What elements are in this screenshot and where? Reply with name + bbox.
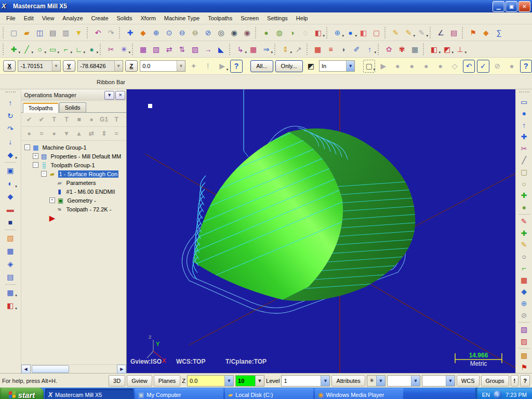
scroll-right-icon[interactable]: ▶ <box>117 365 126 374</box>
cplane-box-icon[interactable]: ◧ <box>357 26 370 39</box>
post-funnel-icon[interactable]: ▼ <box>72 26 85 39</box>
solids-extrude-icon[interactable]: ↑ <box>363 43 376 56</box>
contour-bend-icon[interactable]: ⌐ <box>517 262 531 274</box>
new-file-icon[interactable]: ▢ <box>7 26 20 39</box>
surface-paint-icon[interactable]: ✎ <box>517 216 531 228</box>
sigma-icon[interactable]: ∑ <box>493 26 506 39</box>
tree-item-parameters[interactable]: ▰ Parameters <box>21 178 127 187</box>
xform-scale-icon[interactable]: ⇅ <box>176 43 189 56</box>
panel-menu-icon[interactable]: ▼ <box>104 91 114 100</box>
chevron-down-icon[interactable]: ▼ <box>321 376 329 386</box>
zoom-target-icon[interactable]: ⊖ <box>176 26 189 39</box>
tree-item-operation-1[interactable]: - ▰ 1 - Surface Rough Con <box>21 169 127 178</box>
trim-break-icon[interactable]: ✂ <box>104 43 117 56</box>
unselect-last-icon[interactable]: ↶ <box>463 60 475 73</box>
toolbar-handle[interactable] <box>132 44 135 55</box>
solid-fillet-icon[interactable]: ◆ <box>4 190 17 203</box>
language-bar-icon[interactable]: ‹ <box>494 391 502 399</box>
toolbar-handle[interactable] <box>378 44 381 55</box>
flag-settings-icon[interactable]: ⚑ <box>517 362 531 374</box>
tree-item-label[interactable]: Toolpath Group-1 <box>50 162 96 169</box>
bounding-box-icon[interactable]: ▢ <box>517 166 531 178</box>
clock[interactable]: 7:23 PM <box>506 392 527 398</box>
mesh-grid-icon[interactable]: ▦ <box>517 274 531 286</box>
menu-toolpaths[interactable]: Toolpaths <box>204 14 236 23</box>
select-only-button[interactable]: Only... <box>275 60 303 72</box>
language-indicator[interactable]: EN <box>482 392 490 398</box>
line-endpoint-icon[interactable]: ╱ <box>517 154 531 166</box>
z-coordinate-value[interactable]: 0.0 <box>140 63 177 69</box>
xform-mirror-icon[interactable]: ▧ <box>150 43 163 56</box>
end-selection-icon[interactable]: ✓ <box>477 60 489 73</box>
swap-purple-icon[interactable]: ▧ <box>517 324 531 336</box>
screen-display-icon[interactable]: ▭ <box>517 96 531 108</box>
xform-project-icon[interactable]: → <box>202 43 215 56</box>
trim-surfaces-icon[interactable]: ✂ <box>517 143 531 155</box>
chevron-down-icon[interactable]: ▼ <box>52 61 60 71</box>
machine-group-icon[interactable]: ◧ <box>428 43 441 56</box>
task-my-computer[interactable]: ▣ My Computer <box>135 389 223 399</box>
solid-history-icon[interactable]: ▦ <box>4 286 17 299</box>
unzoom-icon[interactable]: ⊖ <box>189 26 202 39</box>
create-line-icon[interactable]: ╱ <box>20 43 33 56</box>
sweep-icon[interactable]: ↷ <box>4 122 17 135</box>
solid-thicken-icon[interactable]: ▦ <box>4 244 17 257</box>
color-value[interactable]: 10 <box>236 378 255 384</box>
task-media-player[interactable]: ◉ Windows Media Player <box>315 389 403 399</box>
cube-view-icon[interactable]: ◧ <box>312 26 325 39</box>
toolbar-handle[interactable] <box>5 91 16 95</box>
minimize-button[interactable]: ▁ <box>493 1 504 12</box>
menu-file[interactable]: File <box>2 14 20 23</box>
expander-icon[interactable]: + <box>33 153 38 159</box>
groups-button[interactable]: Groups <box>481 375 509 387</box>
tab-solids[interactable]: Solids <box>59 102 86 112</box>
sphere-edit-icon[interactable]: ⊕ <box>517 298 531 310</box>
invert-selection-icon[interactable]: ◩ <box>305 60 317 73</box>
z-axis-button[interactable]: Z <box>125 60 138 72</box>
menu-create[interactable]: Create <box>87 14 113 23</box>
revolve-icon[interactable]: ↻ <box>4 109 17 122</box>
surface-extrude-icon[interactable]: ↑ <box>517 119 531 131</box>
shade-solid-icon[interactable]: ◑ <box>286 26 299 39</box>
toolbar-handle[interactable] <box>3 44 6 55</box>
create-primitives-icon[interactable]: ● <box>85 43 98 56</box>
solid-remove-face-icon[interactable]: ◈ <box>4 257 17 270</box>
line-width-combo[interactable]: ▼ <box>422 375 455 387</box>
toolbar-handle[interactable] <box>100 44 103 55</box>
delete-entities-icon[interactable]: ✎ <box>389 26 402 39</box>
print-preview-icon[interactable]: ▥ <box>59 26 72 39</box>
repaint-icon[interactable]: ◆ <box>137 26 150 39</box>
expander-icon[interactable]: - <box>33 162 38 168</box>
analyze-stats-icon[interactable]: ▤ <box>447 26 460 39</box>
options-icon[interactable]: ⇒ <box>260 43 273 56</box>
toolbar-handle[interactable] <box>423 44 426 55</box>
wcs-box-icon[interactable]: ▢ <box>370 26 383 39</box>
nesting-icon[interactable]: ▦ <box>247 43 260 56</box>
toolbar-handle[interactable] <box>307 44 310 55</box>
gview-front-icon[interactable]: ◉ <box>228 26 241 39</box>
chevron-down-icon[interactable]: ▼ <box>411 376 420 386</box>
line-style-combo[interactable]: ▼ <box>387 375 420 387</box>
planes-sphere-icon[interactable]: ● <box>344 26 357 39</box>
cylinder-primitive-icon[interactable]: ● <box>517 201 531 213</box>
chevron-down-icon[interactable]: ▼ <box>177 61 185 71</box>
loft-icon[interactable]: ↓ <box>4 135 17 148</box>
toolbar-handle[interactable] <box>255 27 258 38</box>
tree-item-tool[interactable]: ▮ #1 - M6.00 ENDMIl <box>21 187 127 196</box>
dynamic-rotate-icon[interactable]: ◎ <box>215 26 228 39</box>
close-button[interactable]: ✕ <box>518 1 530 12</box>
expander-icon[interactable]: + <box>49 197 55 203</box>
chevron-down-icon[interactable]: ▼ <box>346 61 354 71</box>
xform-offset-icon[interactable]: ▨ <box>189 43 202 56</box>
wireframe-cube-icon[interactable]: ▦ <box>408 43 421 56</box>
open-file-icon[interactable]: ▰ <box>20 26 33 39</box>
scrollbar-thumb[interactable] <box>32 365 69 373</box>
solid-draft-icon[interactable]: ▧ <box>4 231 17 244</box>
z-depth-combo[interactable]: 0.0 ▼ <box>187 375 234 387</box>
ray-icon[interactable]: ↗ <box>292 43 305 56</box>
levels-bulb-icon[interactable]: ⇕ <box>279 43 292 56</box>
quick-help-button[interactable]: ? <box>520 375 530 387</box>
toolbar-handle[interactable] <box>87 27 90 38</box>
tree-item-label[interactable]: Machine Group-1 <box>42 144 88 151</box>
stock-model-icon[interactable]: ◩ <box>441 43 454 56</box>
